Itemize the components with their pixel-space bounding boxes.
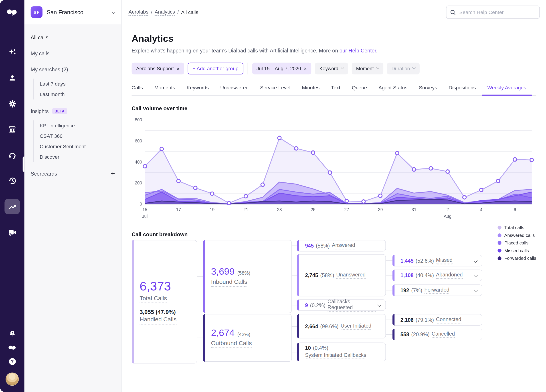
svg-text:200: 200 (135, 180, 142, 185)
user-initiated-value: 2,664 (305, 323, 318, 329)
tab-text[interactable]: Text (331, 85, 340, 95)
answered-label[interactable]: Answered (332, 242, 355, 249)
forwarded-label[interactable]: Forwarded (424, 287, 449, 294)
date-range-label: Jul 15 – Aug 7, 2020 (257, 66, 301, 71)
tab-weekly-averages[interactable]: Weekly Averages (487, 85, 526, 95)
history-icon[interactable] (4, 173, 20, 189)
keyword-filter-dropdown[interactable]: Keyword (315, 63, 348, 75)
duration-filter-dropdown[interactable]: Duration (387, 63, 420, 75)
sidebar-item-all-calls[interactable]: All calls (25, 29, 121, 45)
chart-legend: Total callsAnswered callsPlaced callsMis… (498, 225, 536, 261)
date-range-chip[interactable]: Jul 15 – Aug 7, 2020 × (252, 63, 312, 75)
tab-queue[interactable]: Queue (352, 85, 367, 95)
abandoned-card[interactable]: 1,108 (40.4%) Abandoned (392, 270, 482, 281)
settings-gear-icon[interactable] (4, 96, 20, 111)
handled-calls-value: 3,055 (47.9%) (140, 309, 197, 316)
outbound-label[interactable]: Outbound Calls (211, 340, 252, 348)
tab-surveys[interactable]: Surveys (419, 85, 437, 95)
card-accent (297, 300, 299, 311)
forwarded-card[interactable]: 192 (7%) Forwarded (392, 285, 482, 296)
remove-group-filter-icon[interactable]: × (177, 66, 180, 71)
sidebar-item-scorecards[interactable]: Scorecards+ (25, 165, 121, 182)
answered-card: 945 (58%) Answered (297, 240, 386, 252)
connector (197, 338, 203, 338)
video-meetings-icon[interactable] (4, 225, 20, 240)
group-filter-chip[interactable]: Aerolabs Support × (132, 63, 184, 75)
missed-card[interactable]: 1,445 (52.6%) Missed (392, 255, 482, 266)
tab-keywords[interactable]: Keywords (187, 85, 209, 95)
coaching-teams-icon[interactable] (4, 122, 20, 137)
sidebar-item-label: My searches (2) (31, 66, 68, 72)
legend-item-answered-calls: Answered calls (498, 233, 536, 238)
dialpad-logo-icon[interactable] (6, 7, 18, 16)
tab-service-level[interactable]: Service Level (260, 85, 290, 95)
connector (197, 277, 203, 277)
ai-sparkles-icon[interactable] (4, 44, 20, 60)
dialpad-mini-icon[interactable] (8, 344, 16, 350)
breadcrumb-aerolabs[interactable]: Aerolabs (129, 9, 149, 16)
workspace-name: San Francisco (47, 9, 84, 16)
callbacks-label[interactable]: Callbacks Requested (327, 298, 376, 311)
chevron-down-icon[interactable] (474, 272, 477, 278)
card-accent (392, 329, 395, 340)
connector (292, 326, 297, 327)
support-headset-icon[interactable] (4, 148, 20, 163)
remove-date-filter-icon[interactable]: × (304, 66, 307, 71)
tab-dispositions[interactable]: Dispositions (448, 85, 476, 95)
search-icon (450, 9, 456, 15)
connector (386, 320, 392, 320)
system-callbacks-label[interactable]: System Initiated Callbacks (305, 352, 366, 359)
sidebar-subitem-kpi-intelligence[interactable]: KPI Intelligence (34, 120, 121, 131)
breadcrumb-analytics[interactable]: Analytics (155, 9, 175, 16)
missed-label[interactable]: Missed (436, 257, 453, 265)
sidebar-item-my-searches-2[interactable]: My searches (2) (25, 61, 121, 77)
sidebar-nav: All callsMy callsMy searches (2)Last 7 d… (25, 25, 121, 182)
user-initiated-label[interactable]: User Initiated (341, 323, 371, 330)
notifications-bell-icon[interactable] (8, 330, 16, 337)
tab-calls[interactable]: Calls (132, 85, 143, 95)
chevron-down-icon[interactable] (474, 258, 477, 264)
legend-swatch (498, 233, 501, 237)
help-search-box[interactable] (446, 6, 540, 19)
sidebar-subitem-discover[interactable]: Discover (34, 152, 121, 162)
contacts-icon[interactable] (4, 70, 20, 86)
handled-calls-label[interactable]: Handled Calls (140, 316, 177, 325)
tab-agent-status[interactable]: Agent Status (378, 85, 407, 95)
tab-unanswered[interactable]: Unanswered (220, 85, 248, 95)
page-description: Explore what's happening on your team's … (132, 48, 536, 54)
connected-label[interactable]: Connected (436, 316, 462, 323)
sidebar-item-my-calls[interactable]: My calls (25, 45, 121, 61)
callbacks-requested-card[interactable]: 9 (0.2%) Callbacks Requested (297, 300, 386, 311)
analytics-trending-icon[interactable] (4, 199, 20, 214)
total-calls-label[interactable]: Total Calls (140, 295, 167, 303)
add-group-button[interactable]: + Add another group (188, 63, 243, 75)
tab-moments[interactable]: Moments (154, 85, 175, 95)
cancelled-label[interactable]: Cancelled (432, 331, 455, 338)
sidebar-subitem-customer-sentiment[interactable]: Customer Sentiment (34, 141, 121, 152)
workspace-switcher[interactable]: SF San Francisco (25, 0, 121, 25)
breadcrumb-separator: / (151, 9, 152, 15)
moment-filter-dropdown[interactable]: Moment (351, 63, 383, 75)
sidebar-item-insights[interactable]: InsightsBETA (25, 103, 121, 119)
connected-pct: (79.1%) (416, 317, 434, 323)
chevron-down-icon[interactable] (474, 287, 477, 293)
add-scorecard-button[interactable]: + (111, 170, 115, 177)
sidebar-subitem-last-7-days[interactable]: Last 7 days (34, 79, 121, 89)
search-input[interactable] (459, 9, 536, 15)
chevron-down-icon[interactable] (378, 302, 381, 308)
help-icon[interactable]: ? (8, 358, 16, 366)
user-avatar[interactable] (6, 373, 19, 386)
svg-text:2: 2 (446, 207, 449, 212)
sidebar-subitem-last-month[interactable]: Last month (34, 89, 121, 100)
abandoned-label[interactable]: Abandoned (436, 272, 463, 279)
sidebar-subitem-csat-360[interactable]: CSAT 360 (34, 131, 121, 141)
tab-minutes[interactable]: Minutes (302, 85, 319, 95)
sidebar-item-label: Insights (31, 108, 49, 114)
unanswered-label[interactable]: Unanswered (336, 272, 365, 279)
card-accent (297, 343, 299, 361)
outbound-value: 2,674 (211, 328, 234, 338)
inbound-label[interactable]: Inbound Calls (211, 278, 247, 287)
svg-text:31: 31 (412, 207, 416, 212)
connected-value: 2,106 (401, 317, 414, 323)
help-center-link[interactable]: our Help Center (339, 48, 376, 54)
